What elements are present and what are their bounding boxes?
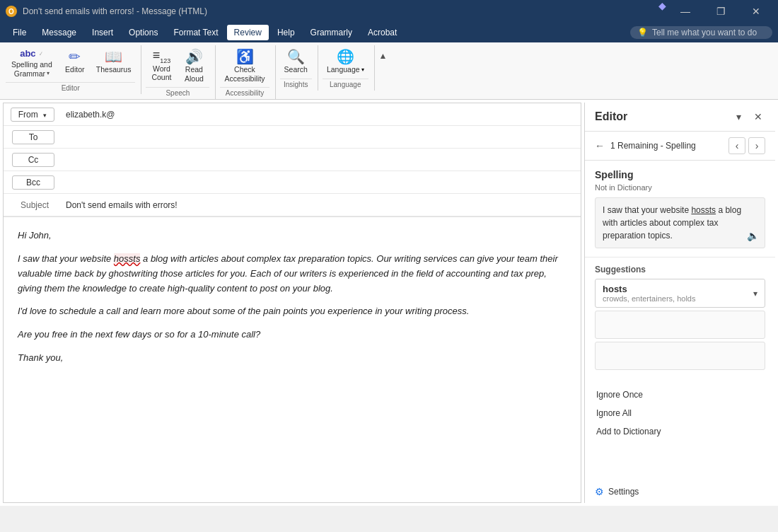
menu-file[interactable]: File bbox=[6, 25, 33, 40]
nav-next-button[interactable]: › bbox=[748, 137, 765, 154]
settings-link[interactable]: ⚙ Settings bbox=[585, 480, 775, 503]
menu-insert[interactable]: Insert bbox=[85, 25, 120, 40]
editor-close-icon[interactable]: ✕ bbox=[751, 110, 765, 124]
editor-nav: ← 1 Remaining - Spelling ‹ › bbox=[585, 132, 775, 161]
search-button[interactable]: 🔍 Search bbox=[280, 45, 312, 77]
editor-collapse-icon[interactable]: ▾ bbox=[731, 110, 745, 124]
menu-message[interactable]: Message bbox=[35, 25, 83, 40]
email-body[interactable]: Hi John, I saw that your website hossts … bbox=[4, 217, 581, 502]
maximize-button[interactable]: ❐ bbox=[704, 0, 737, 23]
editor-panel: Editor ▾ ✕ ← 1 Remaining - Spelling ‹ › … bbox=[584, 103, 775, 503]
settings-label: Settings bbox=[608, 487, 639, 497]
compose-container: From ▾ To Cc bbox=[0, 100, 778, 506]
to-button[interactable]: To bbox=[12, 130, 54, 144]
speech-group-label: Speech bbox=[146, 87, 209, 99]
window-controls: ◆ — ❐ ✕ bbox=[658, 0, 772, 23]
check-accessibility-button[interactable]: ♿ CheckAccessibility bbox=[220, 45, 269, 86]
editor-icon: ✏ bbox=[69, 48, 81, 65]
ribbon-collapse-button[interactable]: ▲ bbox=[376, 48, 390, 64]
from-arrow: ▾ bbox=[43, 112, 47, 119]
read-aloud-button[interactable]: 🔊 ReadAloud bbox=[178, 45, 209, 86]
bcc-button[interactable]: Bcc bbox=[12, 175, 54, 190]
speaker-icon[interactable]: 🔈 bbox=[747, 229, 759, 243]
cc-input[interactable] bbox=[60, 152, 581, 168]
insights-group-label: Insights bbox=[280, 79, 312, 91]
menu-help[interactable]: Help bbox=[270, 25, 302, 40]
from-field: From ▾ bbox=[4, 103, 581, 126]
menu-search-box[interactable]: 💡 bbox=[630, 26, 772, 39]
minimize-button[interactable]: — bbox=[669, 0, 702, 23]
greeting: Hi John, bbox=[18, 229, 567, 243]
read-aloud-label: ReadAloud bbox=[185, 65, 204, 83]
ribbon-group-accessibility: ♿ CheckAccessibility Accessibility bbox=[217, 45, 275, 99]
suggestion-expand-icon[interactable]: ▾ bbox=[753, 289, 757, 299]
misspelled-word: hossts bbox=[114, 253, 141, 264]
menu-format-text[interactable]: Format Text bbox=[166, 25, 225, 40]
menu-acrobat[interactable]: Acrobat bbox=[361, 25, 404, 40]
cc-field: Cc bbox=[4, 149, 581, 171]
editor-panel-title: Editor bbox=[595, 110, 627, 123]
thesaurus-label: Thesaurus bbox=[96, 65, 132, 74]
read-aloud-icon: 🔊 bbox=[185, 48, 203, 65]
from-button[interactable]: From ▾ bbox=[11, 108, 54, 122]
word-count-icon: ≡123 bbox=[153, 48, 171, 64]
paragraph3: Are you free in the next few days or so … bbox=[18, 328, 567, 342]
not-in-dictionary-label: Not in Dictionary bbox=[595, 183, 765, 192]
suggestion-sub: crowds, entertainers, holds bbox=[603, 294, 695, 303]
from-input[interactable] bbox=[60, 107, 581, 122]
suggestions-section: Suggestions hosts crowds, entertainers, … bbox=[585, 258, 775, 380]
window-title: Don't send emails with errors! - Message… bbox=[23, 6, 207, 16]
menu-review[interactable]: Review bbox=[227, 25, 269, 40]
menu-grammarly[interactable]: Grammarly bbox=[303, 25, 359, 40]
close-button[interactable]: ✕ bbox=[740, 0, 772, 23]
action-buttons: Ignore Once Ignore All Add to Dictionary bbox=[585, 380, 775, 446]
abc-icon: abc bbox=[20, 48, 35, 59]
paragraph1: I saw that your website hossts a blog wi… bbox=[18, 252, 567, 296]
grammar-label: Grammar bbox=[14, 69, 45, 78]
accessibility-icon: ♿ bbox=[236, 48, 254, 65]
language-button[interactable]: 🌐 Language ▾ bbox=[323, 45, 368, 77]
nav-prev-button[interactable]: ‹ bbox=[728, 137, 745, 154]
bcc-input[interactable] bbox=[60, 175, 581, 190]
subject-value: Don't send emails with errors! bbox=[60, 197, 581, 213]
lightbulb-icon: 💡 bbox=[637, 28, 648, 37]
title-bar-left: O Don't send emails with errors! - Messa… bbox=[6, 6, 207, 17]
search-input[interactable] bbox=[652, 28, 765, 37]
nav-back-button[interactable]: ← bbox=[595, 140, 605, 151]
ribbon-group-editor: abc ✓ Spelling and Grammar ▾ ✏ Editor bbox=[3, 45, 141, 94]
accessibility-group-label: Accessibility bbox=[220, 87, 269, 99]
ignore-once-button[interactable]: Ignore Once bbox=[595, 387, 765, 403]
search-label: Search bbox=[284, 65, 308, 74]
ribbon-group-insights: 🔍 Search Insights bbox=[277, 45, 318, 91]
menu-options[interactable]: Options bbox=[122, 25, 165, 40]
add-to-dictionary-button[interactable]: Add to Dictionary bbox=[595, 424, 765, 439]
editor-button[interactable]: ✏ Editor bbox=[59, 45, 91, 77]
email-area: From ▾ To Cc bbox=[3, 103, 581, 503]
cc-button[interactable]: Cc bbox=[12, 153, 54, 167]
editor-label: Editor bbox=[65, 65, 84, 74]
context-misspelled: hossts bbox=[691, 205, 716, 215]
suggestion-main: hosts bbox=[603, 284, 695, 294]
ribbon-groups: abc ✓ Spelling and Grammar ▾ ✏ Editor bbox=[0, 45, 778, 99]
suggestion-item-hosts[interactable]: hosts crowds, entertainers, holds ▾ bbox=[595, 279, 765, 308]
bcc-field: Bcc bbox=[4, 171, 581, 194]
gear-icon: ⚙ bbox=[595, 486, 604, 497]
to-input[interactable] bbox=[60, 129, 581, 145]
thesaurus-button[interactable]: 📖 Thesaurus bbox=[92, 45, 136, 77]
language-group-label: Language bbox=[323, 79, 368, 91]
search-icon: 🔍 bbox=[287, 48, 305, 65]
accessibility-label: CheckAccessibility bbox=[224, 65, 265, 83]
ribbon: abc ✓ Spelling and Grammar ▾ ✏ Editor bbox=[0, 42, 778, 100]
subject-label: Subject bbox=[15, 200, 54, 210]
subject-field: Subject Don't send emails with errors! bbox=[4, 194, 581, 216]
word-count-button[interactable]: ≡123 WordCount bbox=[146, 45, 177, 85]
thesaurus-icon: 📖 bbox=[105, 48, 122, 65]
menu-bar: File Message Insert Options Format Text … bbox=[0, 23, 778, 42]
spelling-grammar-button[interactable]: abc ✓ Spelling and Grammar ▾ bbox=[6, 45, 58, 81]
spelling-title: Spelling bbox=[595, 169, 765, 180]
language-label: Language bbox=[327, 65, 360, 74]
spelling-label: Spelling and bbox=[11, 60, 52, 69]
nav-remaining-text: 1 Remaining - Spelling bbox=[610, 141, 723, 151]
checkmark-icon: ✓ bbox=[38, 50, 42, 57]
ignore-all-button[interactable]: Ignore All bbox=[595, 405, 765, 421]
